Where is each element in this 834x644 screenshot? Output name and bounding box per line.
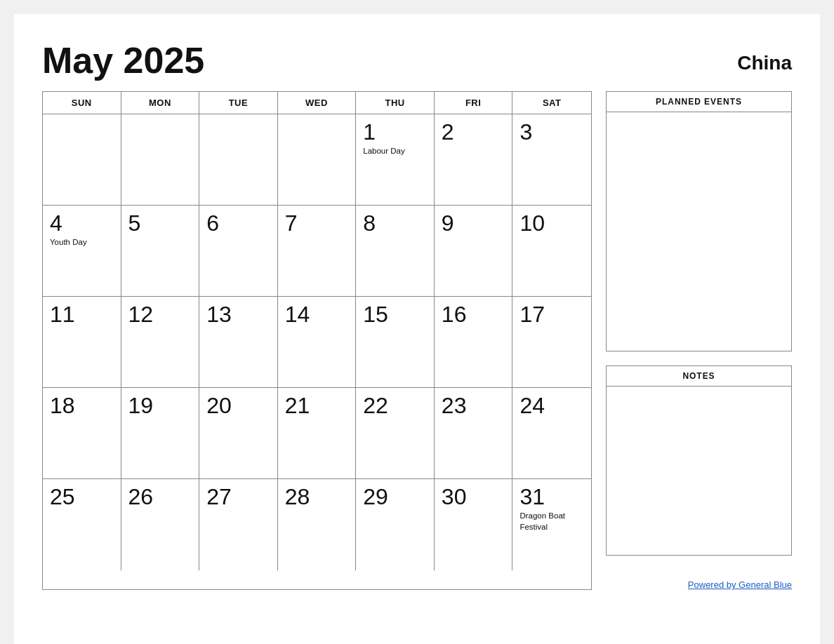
day-13: 13 bbox=[199, 297, 278, 388]
day-number: 19 bbox=[128, 394, 192, 418]
notes-box: NOTES bbox=[606, 365, 792, 556]
table-row bbox=[43, 114, 121, 206]
day-6: 6 bbox=[199, 206, 278, 297]
planned-events-content bbox=[607, 112, 791, 351]
notes-title: NOTES bbox=[607, 366, 791, 387]
day-number: 10 bbox=[519, 211, 584, 236]
day-number: 20 bbox=[206, 394, 270, 418]
day-header-thu: THU bbox=[356, 92, 435, 114]
day-18: 18 bbox=[43, 388, 121, 479]
day-header-mon: MON bbox=[121, 92, 200, 114]
sidebar: PLANNED EVENTS NOTES Powered by General … bbox=[606, 91, 792, 590]
day-number: 17 bbox=[519, 302, 584, 327]
day-3: 3 bbox=[512, 114, 591, 206]
day-number: 30 bbox=[442, 485, 505, 509]
day-1: 1 Labour Day bbox=[356, 114, 435, 206]
calendar: SUN MON TUE WED THU FRI SAT 1 Labour Day bbox=[42, 91, 592, 590]
day-number: 9 bbox=[442, 211, 505, 236]
day-number: 2 bbox=[442, 120, 505, 145]
day-header-sun: SUN bbox=[43, 92, 121, 114]
day-number: 14 bbox=[285, 302, 349, 327]
day-7: 7 bbox=[278, 206, 357, 297]
day-5: 5 bbox=[121, 206, 200, 297]
day-number: 23 bbox=[442, 394, 505, 418]
day-event: Youth Day bbox=[50, 237, 114, 248]
day-22: 22 bbox=[356, 388, 435, 479]
day-11: 11 bbox=[43, 297, 121, 388]
table-row bbox=[121, 114, 200, 206]
table-row bbox=[278, 114, 357, 206]
day-event: Dragon Boat Festival bbox=[519, 511, 584, 532]
day-number: 1 bbox=[363, 120, 427, 145]
day-20: 20 bbox=[199, 388, 278, 479]
day-16: 16 bbox=[435, 297, 513, 388]
planned-events-box: PLANNED EVENTS bbox=[606, 91, 792, 351]
day-number: 4 bbox=[50, 211, 114, 236]
day-number: 24 bbox=[519, 394, 584, 418]
page-header: May 2025 China bbox=[42, 42, 792, 79]
main-content: SUN MON TUE WED THU FRI SAT 1 Labour Day bbox=[42, 91, 792, 590]
day-14: 14 bbox=[278, 297, 357, 388]
day-10: 10 bbox=[512, 206, 591, 297]
day-9: 9 bbox=[435, 206, 513, 297]
day-number: 15 bbox=[363, 302, 427, 327]
notes-content bbox=[607, 387, 791, 555]
day-15: 15 bbox=[356, 297, 435, 388]
day-number: 5 bbox=[128, 211, 192, 236]
day-number: 27 bbox=[206, 485, 270, 509]
month-title: May 2025 bbox=[42, 42, 204, 79]
day-number: 7 bbox=[285, 211, 349, 236]
day-number: 11 bbox=[50, 302, 114, 327]
day-number: 28 bbox=[285, 485, 349, 509]
day-number: 22 bbox=[363, 394, 427, 418]
day-24: 24 bbox=[512, 388, 591, 479]
day-number: 6 bbox=[206, 211, 270, 236]
day-number: 26 bbox=[128, 485, 192, 509]
day-header-fri: FRI bbox=[435, 92, 513, 114]
day-number: 13 bbox=[206, 302, 270, 327]
day-number: 18 bbox=[50, 394, 114, 418]
day-21: 21 bbox=[278, 388, 357, 479]
day-27: 27 bbox=[199, 479, 278, 570]
day-number: 21 bbox=[285, 394, 349, 418]
day-25: 25 bbox=[43, 479, 121, 570]
page: May 2025 China SUN MON TUE WED THU FRI S… bbox=[14, 14, 820, 644]
planned-events-title: PLANNED EVENTS bbox=[607, 92, 791, 112]
day-header-tue: TUE bbox=[199, 92, 278, 114]
day-number: 16 bbox=[442, 302, 505, 327]
day-2: 2 bbox=[435, 114, 513, 206]
day-26: 26 bbox=[121, 479, 200, 570]
day-number: 31 bbox=[519, 485, 584, 509]
day-number: 25 bbox=[50, 485, 114, 509]
powered-by: Powered by General Blue bbox=[606, 579, 792, 590]
day-28: 28 bbox=[278, 479, 357, 570]
calendar-header: SUN MON TUE WED THU FRI SAT bbox=[43, 92, 591, 114]
day-header-sat: SAT bbox=[512, 92, 591, 114]
day-8: 8 bbox=[356, 206, 435, 297]
day-12: 12 bbox=[121, 297, 200, 388]
day-17: 17 bbox=[512, 297, 591, 388]
day-19: 19 bbox=[121, 388, 200, 479]
day-4: 4 Youth Day bbox=[43, 206, 121, 297]
day-header-wed: WED bbox=[278, 92, 357, 114]
day-number: 12 bbox=[128, 302, 192, 327]
calendar-grid: 1 Labour Day 2 3 4 Youth Day 5 bbox=[43, 114, 591, 570]
day-number: 8 bbox=[363, 211, 427, 236]
day-event: Labour Day bbox=[363, 146, 427, 157]
day-number: 29 bbox=[363, 485, 427, 509]
day-29: 29 bbox=[356, 479, 435, 570]
day-30: 30 bbox=[435, 479, 513, 570]
day-number: 3 bbox=[519, 120, 584, 145]
powered-by-link[interactable]: Powered by General Blue bbox=[688, 579, 792, 590]
country-title: China bbox=[737, 42, 792, 74]
day-31: 31 Dragon Boat Festival bbox=[512, 479, 591, 570]
table-row bbox=[199, 114, 278, 206]
day-23: 23 bbox=[435, 388, 513, 479]
